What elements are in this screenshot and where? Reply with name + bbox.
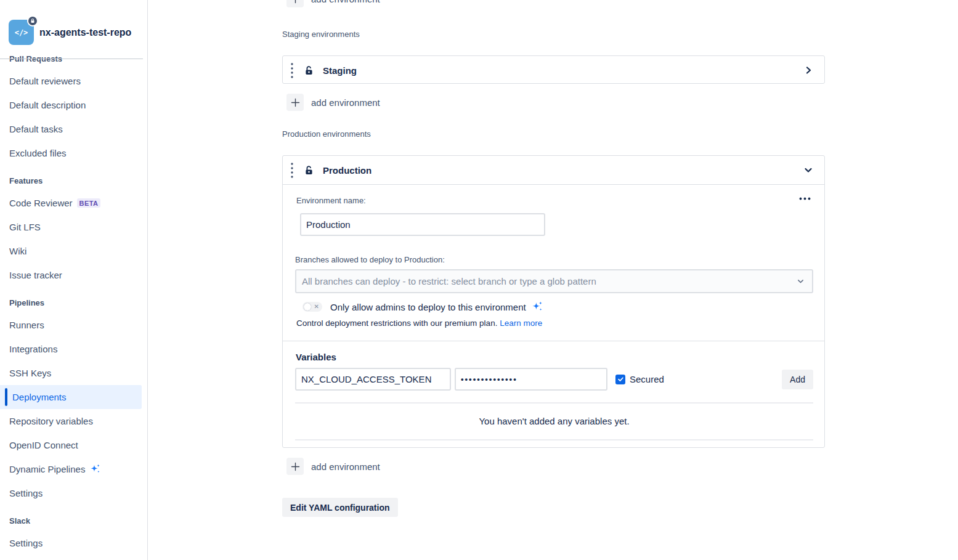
sidebar-item-label: Integrations — [9, 344, 57, 354]
sidebar-item-issue-tracker[interactable]: Issue tracker — [0, 263, 147, 287]
staging-card-header[interactable]: Staging — [283, 56, 824, 84]
repo-header: </> nx-agents-test-repo — [9, 20, 131, 45]
sidebar-item-integrations[interactable]: Integrations — [0, 337, 147, 361]
sidebar-item-ssh-keys[interactable]: SSH Keys — [0, 361, 147, 385]
sidebar-item-settings[interactable]: Settings — [0, 481, 147, 505]
sidebar-divider — [147, 0, 148, 560]
add-environment-label: add environment — [311, 97, 380, 108]
sparkle-icon — [531, 301, 543, 313]
admins-only-toggle[interactable]: ✕ — [302, 302, 322, 312]
sidebar-header-divider — [0, 59, 143, 59]
sidebar-item-label: Default tasks — [9, 124, 63, 134]
nav-heading-pipelines: Pipelines — [0, 292, 147, 313]
sidebar-item-label: Excluded files — [9, 148, 67, 158]
sidebar-item-git-lfs[interactable]: Git LFS — [0, 215, 147, 239]
plus-icon — [286, 0, 304, 7]
private-lock-badge — [27, 15, 38, 26]
staging-environment-name: Staging — [323, 65, 357, 76]
lock-icon — [30, 18, 35, 23]
variables-divider-bottom — [295, 439, 813, 440]
variable-input-row: Secured Add — [295, 368, 813, 391]
sidebar-item-wiki[interactable]: Wiki — [0, 239, 147, 263]
selected-indicator-bar — [5, 388, 7, 406]
sidebar-item-slack-settings[interactable]: Settings — [0, 531, 147, 555]
nav-heading-features: Features — [0, 170, 147, 191]
chevron-right-icon[interactable] — [803, 65, 813, 75]
branches-select-placeholder: All branches can deploy - to restrict: s… — [302, 276, 797, 286]
sidebar-item-repository-variables[interactable]: Repository variables — [0, 409, 147, 433]
repo-avatar[interactable]: </> — [9, 20, 34, 45]
unlock-icon — [304, 165, 314, 176]
edit-yaml-configuration-button[interactable]: Edit YAML configuration — [282, 498, 398, 517]
secured-checkbox[interactable] — [615, 375, 625, 384]
add-environment-button-production[interactable]: add environment — [286, 458, 380, 475]
chevron-down-icon — [797, 277, 805, 285]
staging-environment-card[interactable]: Staging — [282, 55, 825, 84]
production-section-label: Production environments — [282, 129, 371, 139]
sidebar-item-label: Default description — [9, 100, 86, 110]
staging-section-label: Staging environments — [282, 30, 360, 39]
sidebar-item-excluded-files[interactable]: Excluded files — [0, 141, 147, 165]
add-environment-button-staging[interactable]: add environment — [286, 94, 380, 111]
sidebar-item-label: Settings — [9, 488, 43, 498]
branches-label: Branches allowed to deploy to Production… — [295, 255, 445, 264]
sidebar-item-default-reviewers[interactable]: Default reviewers — [0, 69, 147, 93]
beta-badge: BETA — [77, 198, 101, 208]
nav-heading-label: Pipelines — [9, 298, 44, 307]
secured-label: Secured — [630, 374, 664, 384]
more-options-icon[interactable] — [799, 197, 811, 200]
add-environment-label: add environment — [311, 461, 380, 472]
admins-only-label: Only allow admins to deploy to this envi… — [330, 302, 526, 312]
sidebar-nav: Pull Requests Default reviewers Default … — [0, 48, 147, 555]
learn-more-link[interactable]: Learn more — [500, 319, 542, 328]
production-environment-name: Production — [323, 165, 371, 176]
sidebar-item-label: Issue tracker — [9, 270, 62, 280]
sidebar-item-dynamic-pipelines[interactable]: Dynamic Pipelines — [0, 457, 147, 481]
variables-title: Variables — [296, 352, 336, 362]
sidebar-item-label: Settings — [9, 538, 43, 548]
admins-only-toggle-row: ✕ Only allow admins to deploy to this en… — [302, 301, 543, 313]
premium-plan-text: Control deployment restrictions with our… — [296, 319, 497, 328]
sidebar-item-label: Wiki — [9, 246, 26, 256]
production-card-header[interactable]: Production — [283, 156, 824, 184]
variable-name-input[interactable] — [295, 368, 451, 391]
environment-settings-section: Environment name: Branches allowed to de… — [283, 184, 824, 341]
sidebar-item-default-tasks[interactable]: Default tasks — [0, 117, 147, 141]
sidebar-item-label: Git LFS — [9, 222, 41, 232]
environment-name-label: Environment name: — [296, 196, 366, 205]
nav-heading-slack: Slack — [0, 510, 147, 531]
sidebar-item-label: Default reviewers — [9, 76, 81, 86]
sidebar-item-openid-connect[interactable]: OpenID Connect — [0, 433, 147, 457]
deployments-settings-page: add environment Staging environments Sta… — [148, 0, 958, 560]
drag-handle-icon[interactable] — [290, 62, 294, 79]
premium-plan-note: Control deployment restrictions with our… — [296, 319, 542, 328]
nav-heading-label: Slack — [9, 516, 30, 526]
nav-heading-label: Features — [9, 176, 43, 185]
repo-name: nx-agents-test-repo — [39, 27, 131, 38]
variable-value-input[interactable] — [455, 368, 607, 391]
environment-name-input[interactable] — [300, 213, 545, 236]
sidebar-item-default-description[interactable]: Default description — [0, 93, 147, 117]
sidebar-item-label: OpenID Connect — [9, 440, 78, 450]
plus-icon — [286, 94, 304, 111]
add-environment-label: add environment — [311, 0, 380, 4]
unlock-icon — [304, 65, 314, 76]
add-environment-button-top[interactable]: add environment — [286, 0, 380, 7]
add-variable-button[interactable]: Add — [782, 370, 813, 389]
sidebar: </> nx-agents-test-repo Pull Requests De… — [0, 0, 148, 560]
branches-select[interactable]: All branches can deploy - to restrict: s… — [295, 269, 813, 293]
plus-icon — [286, 458, 304, 475]
production-environment-card: Production Environment name: Branches al… — [282, 155, 825, 448]
sidebar-item-label: Code Reviewer — [9, 198, 73, 208]
sidebar-item-runners[interactable]: Runners — [0, 313, 147, 337]
code-icon: </> — [15, 28, 28, 37]
check-icon — [617, 376, 624, 383]
sidebar-item-deployments[interactable]: Deployments — [0, 385, 142, 409]
variables-empty-message: You haven't added any variables yet. — [295, 416, 813, 426]
chevron-down-icon[interactable] — [803, 165, 813, 175]
sparkle-icon — [89, 463, 101, 475]
sidebar-item-code-reviewer[interactable]: Code Reviewer BETA — [0, 191, 147, 215]
sidebar-item-label: Runners — [9, 320, 44, 330]
toggle-off-x-icon: ✕ — [314, 303, 319, 310]
drag-handle-icon[interactable] — [290, 162, 294, 179]
